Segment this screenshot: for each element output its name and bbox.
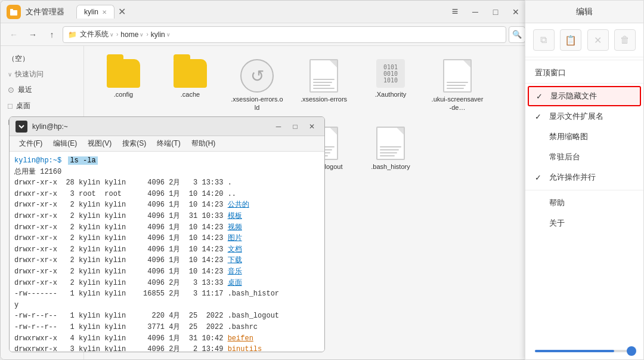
menu-terminal[interactable]: 终端(T) [152,137,185,150]
chevron-icon2: ∨ [140,32,144,38]
output-14: drwxrwxr-x 4 kylin kylin 4096 1月 31 10:4… [14,333,320,344]
menu-button[interactable]: ≡ [447,4,463,20]
copy-button[interactable]: ⧉ [533,29,555,51]
check-icon: ✓ [536,92,546,101]
svg-rect-1 [10,9,13,11]
file-label: .config [114,90,133,99]
terminal-close-button[interactable]: ✕ [305,120,318,133]
slider-thumb[interactable] [627,346,636,356]
terminal-icon [16,121,27,133]
terminal-title-bar: kylin@hp:~ ─ □ ✕ [10,117,324,136]
title-bar: 文件管理器 kylin ✕ ✕ ≡ ─ □ ✕ [1,1,530,23]
output-2: drwxr-xr-x 3 root root 4096 1月 10 14:20 … [14,189,320,200]
search-button[interactable]: 🔍 [509,26,525,43]
up-button[interactable]: ↑ [44,26,60,43]
menu-item-about[interactable]: 关于 [525,213,643,233]
menu-view[interactable]: 视图(V) [83,137,116,150]
menu-search[interactable]: 搜索(S) [117,137,151,150]
output-11: -rw------- 1 kylin kylin 16855 2月 3 11:1… [14,288,320,300]
terminal-prompt-line: kylin@hp:~$ ls -la [14,155,320,167]
folder-icon [107,59,140,88]
file-item-bash-history[interactable]: .bash_history [361,123,420,183]
doc-icon [376,127,405,160]
close-button[interactable]: ✕ [507,4,524,20]
output-4: drwxr-xr-x 2 kylin kylin 4096 1月 31 10:3… [14,211,320,222]
toolbar: ← → ↑ 📁 文件系统 ∨ › home ∨ › kylin ∨ 🔍 [1,23,530,46]
empty-label: （空） [8,54,29,64]
output-6: drwxr-xr-x 2 kylin kylin 4096 1月 10 14:2… [14,233,320,244]
slider-track [535,350,634,352]
output-13: -rw-r--r-- 1 kylin kylin 3771 4月 25 2022… [14,322,320,333]
divider3 [525,190,643,190]
sidebar-empty: （空） [1,51,83,67]
output-11b: y [14,300,320,311]
file-label: .cache [181,90,200,99]
terminal-prompt: kylin@hp:~$ [14,156,61,165]
terminal-menu-bar: 文件(F) 编辑(E) 视图(V) 搜索(S) 终端(T) 帮助(H) [10,136,324,152]
tab-close-icon[interactable]: ✕ [102,9,107,16]
sidebar-quick-access: ∨ 快速访问 [1,67,83,82]
output-12: -rw-r--r-- 1 kylin kylin 220 4月 25 2022 … [14,310,320,322]
addr-kylin[interactable]: kylin ∨ [151,30,171,39]
terminal-body: kylin@hp:~$ ls -la 总用量 12160 drwxr-xr-x … [10,152,324,352]
menu-item-help[interactable]: 帮助 [525,193,643,213]
app-title: 文件管理器 [26,7,64,17]
doc-icon [443,59,472,93]
check-icon3: ✓ [535,173,544,182]
sidebar-item-recent[interactable]: ⊙ 最近 [1,82,83,98]
file-label: .ukui-screensaver-de… [431,95,484,112]
terminal-command: ls -la [68,156,97,165]
output-3: drwxr-xr-x 2 kylin kylin 4096 1月 10 14:2… [14,199,320,211]
menu-help[interactable]: 帮助(H) [187,137,221,150]
output-15: drwxrwxr-x 3 kylin kylin 4096 2月 2 13:49… [14,344,320,352]
menu-item-disable-thumb[interactable]: 禁用缩略图 [525,127,643,147]
tab-bar: kylin ✕ ✕ [76,5,447,19]
menu-item-background[interactable]: 常驻后台 [525,147,643,167]
terminal-maximize-button[interactable]: □ [289,120,302,133]
paste-button[interactable]: 📋 [560,29,581,51]
divider1 [525,60,643,60]
file-item-ukui[interactable]: .ukui-screensaver-de… [428,56,487,116]
addr-sep1: › [116,31,118,38]
slider-fill [535,350,614,352]
terminal-total: 总用量 12160 [14,167,320,178]
file-item-config[interactable]: .config [94,56,153,116]
addr-filesystem[interactable]: 📁 文件系统 ∨ [68,29,114,39]
file-item-cache[interactable]: .cache [160,56,220,116]
window-controls: ≡ ─ □ ✕ [447,4,524,20]
folder-icon [174,59,207,88]
addr-home[interactable]: home ∨ [120,30,144,39]
trash-button[interactable]: 🗑 [614,29,636,51]
sidebar-item-desktop[interactable]: □ 桌面 [1,98,83,114]
dropdown-icon-row: ⧉ 📋 ✕ 🗑 [525,23,643,57]
terminal-title: kylin@hp:~ [32,122,272,131]
file-label: .bash_history [371,162,410,171]
tab-kylin[interactable]: kylin ✕ [76,5,114,19]
divider2 [525,83,643,84]
menu-edit[interactable]: 编辑(E) [48,137,82,150]
output-8: drwxr-xr-x 2 kylin kylin 4096 1月 10 14:2… [14,255,320,266]
addr-sep2: › [146,31,148,38]
terminal-minimize-button[interactable]: ─ [272,120,285,133]
address-bar[interactable]: 📁 文件系统 ∨ › home ∨ › kylin ∨ [63,26,506,43]
menu-item-parallel[interactable]: ✓ 允许操作并行 [525,167,643,187]
menu-item-show-hidden[interactable]: ✓ 显示隐藏文件 [528,86,641,106]
output-7: drwxr-xr-x 2 kylin kylin 4096 1月 10 14:2… [14,244,320,256]
output-1: drwxr-xr-x 28 kylin kylin 4096 2月 3 13:3… [14,177,320,189]
file-label: .Xauthority [375,90,407,99]
back-button[interactable]: ← [5,26,22,43]
pin-window-label: 置顶窗口 [525,63,643,81]
file-item-xsession-old[interactable]: ↺ .xsession-errors.old [227,56,287,116]
menu-file[interactable]: 文件(F) [14,137,47,150]
maximize-button[interactable]: □ [487,4,504,20]
output-10: drwxr-xr-x 2 kylin kylin 4096 2月 3 13:33… [14,278,320,289]
chevron-icon3: ∨ [166,32,171,38]
new-tab-button[interactable]: ✕ [114,6,129,17]
file-item-xsession[interactable]: .xsession-errors [294,56,354,116]
delete-button[interactable]: ✕ [587,29,609,51]
forward-button[interactable]: → [24,26,41,43]
dropdown-menu: 编辑 ⧉ 📋 ✕ 🗑 置顶窗口 ✓ 显示隐藏文件 ✓ 显示文件扩展名 禁用缩略图… [525,0,644,360]
minimize-button[interactable]: ─ [467,4,484,20]
file-item-xauthority[interactable]: 010100101010 .Xauthority [361,56,420,116]
menu-item-show-ext[interactable]: ✓ 显示文件扩展名 [525,106,643,127]
